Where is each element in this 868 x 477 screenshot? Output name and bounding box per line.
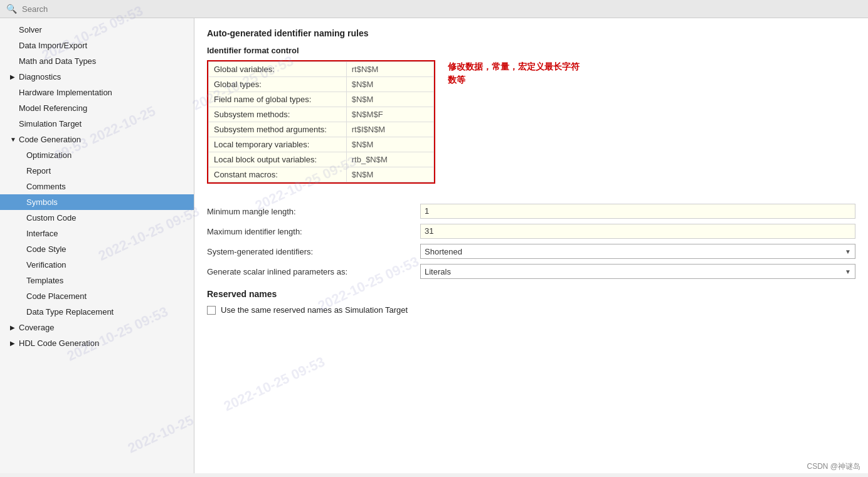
sidebar-item-label: Hardware Implementation xyxy=(19,88,112,97)
select-value-generate-scalar: Literals xyxy=(425,267,451,276)
form-label-generate-scalar: Generate scalar inlined parameters as: xyxy=(207,267,420,276)
sidebar-item-label: Custom Code xyxy=(26,213,76,223)
identifier-value[interactable]: $N$M xyxy=(346,167,433,182)
identifier-label: Local block output variables: xyxy=(209,152,347,167)
sidebar-item-label: HDL Code Generation xyxy=(19,338,99,348)
sidebar-item-label: Interface xyxy=(26,229,58,238)
form-row-generate-scalar: Generate scalar inlined parameters as: L… xyxy=(207,264,855,279)
sidebar-item-label: Model Referencing xyxy=(19,103,87,113)
sidebar-item-math-and-data-types[interactable]: Math and Data Types xyxy=(0,53,194,69)
sidebar-item-label: Verification xyxy=(26,260,66,270)
sidebar-item-report[interactable]: Report xyxy=(0,163,194,179)
table-row: Subsystem methods: $N$M$F xyxy=(209,107,434,122)
identifier-label: Subsystem methods: xyxy=(209,107,347,122)
reserved-names-title: Reserved names xyxy=(207,289,855,299)
form-select-system-generated[interactable]: Shortened ▼ xyxy=(420,244,855,259)
select-arrow-system-generated: ▼ xyxy=(845,248,851,255)
sidebar-item-simulation-target[interactable]: Simulation Target xyxy=(0,116,194,132)
form-row-min-mangle: Minimum mangle length:1 xyxy=(207,204,855,219)
search-icon: 🔍 xyxy=(6,4,17,14)
select-arrow-generate-scalar: ▼ xyxy=(845,268,851,275)
checkbox-label: Use the same reserved names as Simulatio… xyxy=(221,305,408,315)
select-value-system-generated: Shortened xyxy=(425,247,462,256)
table-row: Local block output variables: rtb_$N$M xyxy=(209,152,434,167)
sidebar-item-coverage[interactable]: ▶Coverage xyxy=(0,320,194,335)
sidebar-item-label: Coverage xyxy=(19,323,54,332)
identifier-value[interactable]: rt$N$M xyxy=(346,62,433,77)
sidebar-item-hdl-code-generation[interactable]: ▶HDL Code Generation xyxy=(0,335,194,351)
main-content: Auto-generated identifier naming rules I… xyxy=(194,18,868,473)
sidebar-item-label: Templates xyxy=(26,276,63,285)
sidebar-item-solver[interactable]: Solver xyxy=(0,22,194,38)
triangle-icon: ▶ xyxy=(10,73,16,80)
sidebar-item-code-placement[interactable]: Code Placement xyxy=(0,288,194,304)
checkbox-reserved-names[interactable] xyxy=(207,306,216,315)
form-label-min-mangle: Minimum mangle length: xyxy=(207,207,420,216)
table-row: Local temporary variables: $N$M xyxy=(209,137,434,152)
sidebar-item-label: Report xyxy=(26,166,51,176)
sidebar-item-diagnostics[interactable]: ▶Diagnostics xyxy=(0,69,194,85)
triangle-icon: ▶ xyxy=(10,340,16,347)
form-row-max-identifier: Maximum identifier length:31 xyxy=(207,224,855,239)
triangle-icon: ▶ xyxy=(10,324,16,331)
sidebar-item-model-referencing[interactable]: Model Referencing xyxy=(0,100,194,116)
sidebar-item-verification[interactable]: Verification xyxy=(0,257,194,273)
sidebar-item-label: Code Placement xyxy=(26,291,87,301)
identifier-label: Local temporary variables: xyxy=(209,137,347,152)
identifier-value[interactable]: $N$M xyxy=(346,92,433,107)
sidebar-item-custom-code[interactable]: Custom Code xyxy=(0,210,194,226)
sidebar-item-code-generation[interactable]: ▼Code Generation xyxy=(0,132,194,147)
sidebar-item-optimization[interactable]: Optimization xyxy=(0,147,194,163)
form-input-min-mangle[interactable]: 1 xyxy=(420,204,855,219)
sidebar-item-code-style[interactable]: Code Style xyxy=(0,241,194,257)
sidebar-item-data-type-replacement[interactable]: Data Type Replacement xyxy=(0,304,194,320)
csdn-credit: CSDN @神谜岛 xyxy=(807,461,860,472)
sidebar-item-label: Solver xyxy=(19,25,42,34)
form-label-system-generated: System-generated identifiers: xyxy=(207,247,420,256)
identifier-value[interactable]: rtb_$N$M xyxy=(346,152,433,167)
form-rows: Minimum mangle length:1Maximum identifie… xyxy=(207,204,855,279)
sidebar-item-comments[interactable]: Comments xyxy=(0,179,194,194)
sidebar-item-label: Math and Data Types xyxy=(19,56,96,66)
sidebar-item-interface[interactable]: Interface xyxy=(0,226,194,241)
identifier-label: Global types: xyxy=(209,77,347,92)
form-label-max-identifier: Maximum identifier length: xyxy=(207,227,420,236)
subsection-title: Identifier format control xyxy=(207,46,855,55)
form-select-generate-scalar[interactable]: Literals ▼ xyxy=(420,264,855,279)
sidebar-item-label: Optimization xyxy=(26,150,71,160)
search-input[interactable] xyxy=(22,4,210,14)
table-row: Subsystem method arguments: rt$I$N$M xyxy=(209,122,434,137)
sidebar-item-symbols[interactable]: Symbols xyxy=(0,194,194,210)
sidebar-item-data-import-export[interactable]: Data Import/Export xyxy=(0,38,194,53)
identifier-value[interactable]: $N$M xyxy=(346,137,433,152)
sidebar-item-hardware-implementation[interactable]: Hardware Implementation xyxy=(0,85,194,100)
sidebar-item-label: Code Generation xyxy=(19,135,81,144)
sidebar-item-label: Comments xyxy=(26,182,66,191)
top-bar: 🔍 xyxy=(0,0,868,18)
sidebar-item-label: Data Type Replacement xyxy=(26,307,114,317)
identifier-value[interactable]: $N$M$F xyxy=(346,107,433,122)
checkbox-row: Use the same reserved names as Simulatio… xyxy=(207,305,855,315)
identifier-value[interactable]: $N$M xyxy=(346,77,433,92)
sidebar-item-label: Symbols xyxy=(26,197,58,207)
table-row: Global variables: rt$N$M xyxy=(209,62,434,77)
sidebar-item-label: Code Style xyxy=(26,244,66,254)
identifier-label: Global variables: xyxy=(209,62,347,77)
identifier-format-wrap: Global variables: rt$N$MGlobal types: $N… xyxy=(207,60,855,194)
table-row: Global types: $N$M xyxy=(209,77,434,92)
identifier-value[interactable]: rt$I$N$M xyxy=(346,122,433,137)
annotation-text: 修改数据，常量，宏定义最长字符数等 xyxy=(448,60,580,86)
form-row-system-generated: System-generated identifiers: Shortened … xyxy=(207,244,855,259)
form-input-max-identifier[interactable]: 31 xyxy=(420,224,855,239)
identifier-label: Constant macros: xyxy=(209,167,347,182)
sidebar-item-templates[interactable]: Templates xyxy=(0,273,194,288)
table-row: Constant macros: $N$M xyxy=(209,167,434,182)
identifier-table: Global variables: rt$N$MGlobal types: $N… xyxy=(208,61,434,182)
identifier-box: Global variables: rt$N$MGlobal types: $N… xyxy=(207,60,435,184)
table-row: Field name of global types: $N$M xyxy=(209,92,434,107)
sidebar-item-label: Simulation Target xyxy=(19,119,82,128)
sidebar-item-label: Diagnostics xyxy=(19,72,61,81)
section-title: Auto-generated identifier naming rules xyxy=(207,28,855,38)
identifier-label: Subsystem method arguments: xyxy=(209,122,347,137)
triangle-icon: ▼ xyxy=(10,136,16,143)
